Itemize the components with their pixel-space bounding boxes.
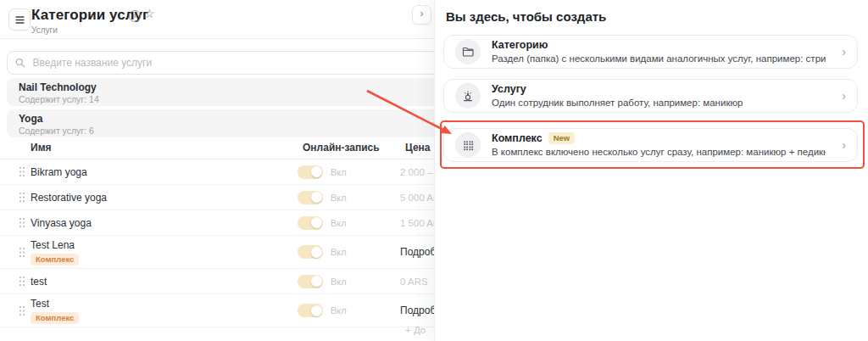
komplex-badge: Комплекс xyxy=(31,312,79,324)
table-row-restorative-yoga[interactable]: Restorative yoga Вкл 5 000 AR xyxy=(0,185,434,210)
service-name: Test xyxy=(31,298,49,310)
toggle-state-label: Вкл xyxy=(331,218,347,228)
category-card-yoga[interactable]: Yoga Содержит услуг: 6 xyxy=(7,109,434,137)
chevron-right-icon: › xyxy=(842,89,846,103)
create-category-card[interactable]: Категорию Раздел (папка) с несколькими в… xyxy=(443,35,858,69)
price-value: 5 000 AR xyxy=(400,193,434,203)
column-header-online-booking: Онлайн-запись xyxy=(303,142,380,154)
komplex-badge: Комплекс xyxy=(31,254,79,266)
services-categories-screen: Категории услуг i ☆ Услуги › Nail Techno… xyxy=(0,0,868,341)
add-service-link[interactable]: + До xyxy=(405,325,426,335)
services-table: Bikram yoga Вкл 2 000 – 4 Restorative yo… xyxy=(0,159,434,327)
toggle-state-label: Вкл xyxy=(331,277,347,287)
chevron-right-icon: › xyxy=(842,138,846,152)
panel-title: Вы здесь, чтобы создать xyxy=(446,9,606,24)
option-description: В комплекс включено несколько услуг сраз… xyxy=(492,146,826,158)
online-booking-toggle[interactable] xyxy=(298,191,323,204)
service-icon xyxy=(455,83,481,109)
drag-handle-icon[interactable] xyxy=(19,166,25,177)
search-input[interactable] xyxy=(31,56,434,70)
online-booking-toggle[interactable] xyxy=(298,275,323,288)
toggle-state-label: Вкл xyxy=(331,305,347,316)
hamburger-icon xyxy=(15,16,25,24)
service-name: Restorative yoga xyxy=(31,192,107,204)
option-title: Услугу xyxy=(492,83,526,95)
category-count: Содержит услуг: 14 xyxy=(19,94,434,105)
details-link[interactable]: Подробн xyxy=(400,305,434,316)
online-booking-toggle[interactable] xyxy=(298,304,323,317)
table-row-test-lowercase[interactable]: test Вкл 0 ARS xyxy=(0,269,434,294)
table-row-test[interactable]: Test Комплекс Вкл Подробн xyxy=(0,294,434,327)
complex-grid-icon xyxy=(455,132,481,158)
category-name: Yoga xyxy=(19,113,434,126)
new-badge: New xyxy=(548,132,576,144)
categories-section: Категории услуг i ☆ Услуги › Nail Techno… xyxy=(0,0,434,341)
toggle-state-label: Вкл xyxy=(331,193,347,203)
drag-handle-icon[interactable] xyxy=(19,305,25,316)
hamburger-menu-button[interactable] xyxy=(8,8,31,31)
expand-panel-button[interactable]: › xyxy=(412,5,431,25)
table-row-bikram-yoga[interactable]: Bikram yoga Вкл 2 000 – 4 xyxy=(0,159,434,185)
drag-handle-icon[interactable] xyxy=(19,276,25,287)
services-table-header: Имя Онлайн-запись Цена xyxy=(0,139,434,159)
drag-handle-icon[interactable] xyxy=(19,192,25,203)
online-booking-toggle[interactable] xyxy=(298,216,323,230)
column-header-price: Цена xyxy=(405,142,431,154)
create-service-card[interactable]: Услугу Один сотрудник выполняет работу, … xyxy=(443,79,858,113)
column-header-name: Имя xyxy=(31,142,52,154)
table-row-test-lena[interactable]: Test Lena Комплекс Вкл Подробн xyxy=(0,236,434,269)
category-count: Содержит услуг: 6 xyxy=(19,126,434,137)
create-complex-card[interactable]: Комплекс New В комплекс включено несколь… xyxy=(443,128,858,162)
service-name: Bikram yoga xyxy=(31,166,87,178)
price-value: 0 ARS xyxy=(400,277,428,287)
service-search[interactable] xyxy=(7,51,434,75)
create-entity-panel: Вы здесь, чтобы создать Категорию Раздел… xyxy=(434,0,868,341)
drag-handle-icon[interactable] xyxy=(19,247,25,258)
price-value: 2 000 – 4 xyxy=(400,167,434,177)
online-booking-toggle[interactable] xyxy=(298,165,323,179)
toggle-state-label: Вкл xyxy=(331,167,347,177)
price-value: 1 500 AR xyxy=(400,218,434,228)
option-description: Раздел (папка) с несколькими видами анал… xyxy=(492,53,826,64)
service-name: Vinyasa yoga xyxy=(31,217,92,229)
option-description: Один сотрудник выполняет работу, наприме… xyxy=(492,97,826,109)
category-name: Nail Technology xyxy=(19,81,434,94)
service-name: test xyxy=(31,276,47,288)
online-booking-toggle[interactable] xyxy=(298,245,323,259)
page-header: Категории услуг i ☆ Услуги › xyxy=(0,0,434,39)
folder-icon xyxy=(455,39,481,64)
breadcrumb: Услуги xyxy=(31,25,58,35)
star-favorite-icon[interactable]: ☆ xyxy=(144,7,155,20)
option-title: Категорию xyxy=(492,39,548,51)
category-card-nail-technology[interactable]: Nail Technology Содержит услуг: 14 xyxy=(7,78,434,106)
table-row-vinyasa-yoga[interactable]: Vinyasa yoga Вкл 1 500 AR xyxy=(0,210,434,236)
service-name: Test Lena xyxy=(31,239,75,251)
details-link[interactable]: Подробн xyxy=(400,246,434,258)
option-title: Комплекс xyxy=(492,132,542,144)
drag-handle-icon[interactable] xyxy=(19,217,25,228)
toggle-state-label: Вкл xyxy=(331,247,347,257)
chevron-right-icon: › xyxy=(842,45,846,59)
info-icon[interactable]: i xyxy=(129,10,141,22)
search-icon xyxy=(15,58,25,68)
